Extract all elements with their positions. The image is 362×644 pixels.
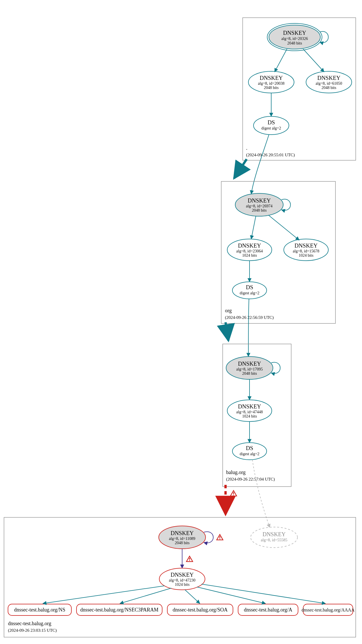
svg-text:dnssec-test.balug.org/A: dnssec-test.balug.org/A <box>244 607 292 613</box>
svg-text:dnssec-test.balug.org/AAAA: dnssec-test.balug.org/AAAA <box>301 607 355 613</box>
warning-icon <box>230 491 237 496</box>
node-org-ksk: DNSKEY alg=8, id=26974 2048 bits <box>235 193 283 216</box>
node-balug-ksk: DNSKEY alg=8, id=17095 2048 bits <box>226 357 273 379</box>
edge-org-ds-to-balug-ksk <box>248 299 249 357</box>
svg-text:alg=8, id=20326: alg=8, id=20326 <box>281 37 308 41</box>
edge-zsk-ns <box>43 586 164 604</box>
svg-text:DNSKEY: DNSKEY <box>170 530 194 536</box>
edge-org-ksk-zsk2 <box>268 215 299 240</box>
node-dnssec-zsk: DNSKEY alg=8, id=47230 1024 bits <box>159 568 205 590</box>
edge-zsk-aaaa <box>202 584 325 604</box>
svg-text:2048 bits: 2048 bits <box>264 86 279 90</box>
node-org-ds: DS digest alg=2 <box>232 282 267 299</box>
svg-text:digest alg=2: digest alg=2 <box>240 291 260 295</box>
zone-balug-time: (2024-09-26 22:57:04 UTC) <box>226 477 275 482</box>
svg-text:alg=8, id=61050: alg=8, id=61050 <box>316 81 342 86</box>
svg-text:DNSKEY: DNSKEY <box>283 30 306 36</box>
zone-root-name: . <box>246 145 248 151</box>
svg-text:alg=8, id=20038: alg=8, id=20038 <box>258 81 285 86</box>
rr-a: dnssec-test.balug.org/A <box>238 604 298 615</box>
edge-root-to-org-zone <box>234 159 247 178</box>
svg-text:1024 bits: 1024 bits <box>242 253 257 258</box>
node-balug-zsk: DNSKEY alg=8, id=47448 1024 bits <box>227 400 272 422</box>
svg-text:2048 bits: 2048 bits <box>252 208 267 212</box>
rr-nsec3param: dnssec-test.balug.org/NSEC3PARAM <box>77 604 162 615</box>
node-root-ksk: DNSKEY alg=8, id=20326 2048 bits <box>267 23 322 51</box>
zone-org-time: (2024-09-26 22:56:59 UTC) <box>225 315 274 320</box>
svg-text:alg=8, id=17095: alg=8, id=17095 <box>236 367 263 371</box>
edge-zsk-n3p <box>120 588 171 604</box>
svg-text:dnssec-test.balug.org/NS: dnssec-test.balug.org/NS <box>14 607 65 613</box>
svg-text:DNSKEY: DNSKEY <box>317 75 340 81</box>
svg-text:1024 bits: 1024 bits <box>299 253 313 258</box>
svg-text:alg=8, id=23064: alg=8, id=23064 <box>236 249 263 253</box>
node-org-zsk1: DNSKEY alg=8, id=23064 1024 bits <box>227 239 272 261</box>
edge-root-ds-to-org-ksk <box>251 135 269 194</box>
svg-text:dnssec-test.balug.org/NSEC3PAR: dnssec-test.balug.org/NSEC3PARAM <box>80 607 158 613</box>
svg-text:DNSKEY: DNSKEY <box>238 361 261 367</box>
svg-text:digest alg=2: digest alg=2 <box>262 126 281 130</box>
edge-root-ksk-zsk1 <box>275 49 287 72</box>
svg-text:DS: DS <box>246 445 253 451</box>
svg-text:alg=8, id=11089: alg=8, id=11089 <box>169 536 195 541</box>
svg-text:alg=8, id=47448: alg=8, id=47448 <box>236 410 263 414</box>
node-root-zsk2: DNSKEY alg=8, id=61050 2048 bits <box>306 71 352 93</box>
svg-text:digest alg=2: digest alg=2 <box>240 452 260 456</box>
svg-text:alg=8, id=15678: alg=8, id=15678 <box>293 249 319 253</box>
svg-text:DNSKEY: DNSKEY <box>238 242 261 249</box>
node-dnssec-ksk: DNSKEY alg=8, id=11089 2048 bits <box>159 526 206 549</box>
warning-icon <box>217 534 223 540</box>
svg-text:alg=8, id=55585: alg=8, id=55585 <box>261 538 287 542</box>
svg-text:DNSKEY: DNSKEY <box>260 75 283 81</box>
svg-text:dnssec-test.balug.org/SOA: dnssec-test.balug.org/SOA <box>173 607 228 613</box>
node-dnssec-missing: DNSKEY alg=8, id=55585 <box>251 527 297 548</box>
svg-text:alg=8, id=47230: alg=8, id=47230 <box>169 578 196 582</box>
svg-text:DNSKEY: DNSKEY <box>262 531 285 537</box>
svg-point-48 <box>251 527 297 548</box>
zone-balug-name: balug.org <box>226 469 246 475</box>
rr-ns: dnssec-test.balug.org/NS <box>8 604 71 615</box>
svg-text:1024 bits: 1024 bits <box>175 582 190 587</box>
node-root-zsk1: DNSKEY alg=8, id=20038 2048 bits <box>248 71 294 93</box>
svg-text:2048 bits: 2048 bits <box>321 86 336 90</box>
edge-org-ksk-zsk1 <box>251 216 256 239</box>
svg-text:alg=8, id=26974: alg=8, id=26974 <box>246 204 273 208</box>
svg-text:2048 bits: 2048 bits <box>242 371 257 376</box>
edge-root-ksk-zsk2 <box>303 49 324 72</box>
warning-icon <box>186 556 193 562</box>
svg-text:DNSKEY: DNSKEY <box>238 403 261 410</box>
svg-text:2048 bits: 2048 bits <box>287 41 302 45</box>
zone-root-time: (2024-09-26 20:55:01 UTC) <box>246 153 295 157</box>
svg-text:DS: DS <box>268 119 275 125</box>
node-balug-ds: DS digest alg=2 <box>232 443 267 460</box>
svg-text:DNSKEY: DNSKEY <box>170 572 194 578</box>
edge-zsk-a <box>197 587 266 604</box>
zone-dnssec-name: dnssec-test.balug.org <box>8 621 51 626</box>
rr-soa: dnssec-test.balug.org/SOA <box>167 604 233 615</box>
svg-text:1024 bits: 1024 bits <box>242 414 257 418</box>
svg-text:DNSKEY: DNSKEY <box>294 242 317 249</box>
svg-text:DS: DS <box>246 284 253 290</box>
node-org-zsk2: DNSKEY alg=8, id=15678 1024 bits <box>284 239 328 261</box>
edge-zsk-soa <box>185 590 200 604</box>
edge-org-to-balug-zone <box>226 322 228 341</box>
rr-aaaa: dnssec-test.balug.org/AAAA <box>301 604 355 615</box>
zone-dnssec-time: (2024-09-26 23:03:15 UTC) <box>8 628 57 633</box>
zone-org-name: org <box>225 308 232 313</box>
svg-text:2048 bits: 2048 bits <box>175 541 190 545</box>
node-root-ds: DS digest alg=2 <box>254 116 289 135</box>
svg-text:DNSKEY: DNSKEY <box>248 197 271 204</box>
